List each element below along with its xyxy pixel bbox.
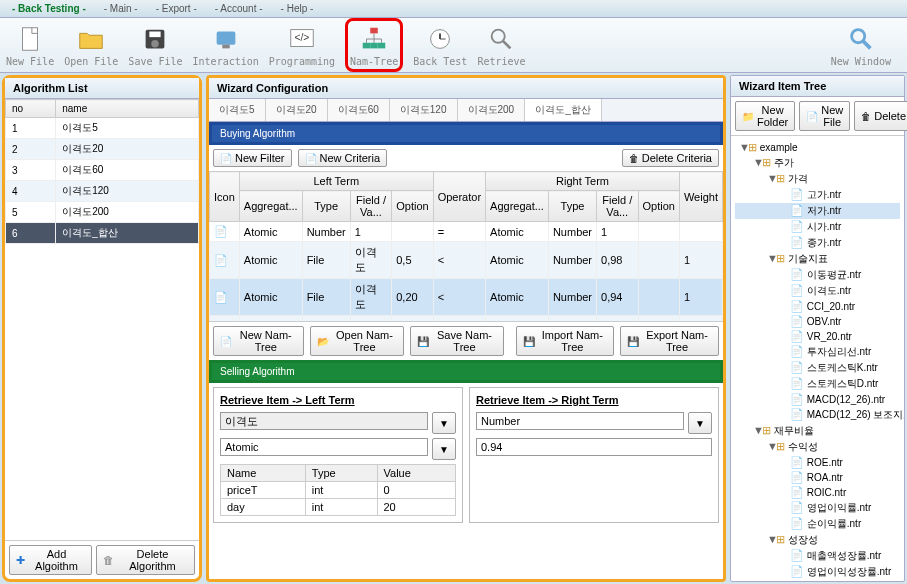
tree-file[interactable]: 📄 ROE.ntr	[735, 455, 900, 470]
tree-folder[interactable]: ▼⊞ 기술지표	[735, 251, 900, 267]
new-folder-button[interactable]: 📁 New Folder	[735, 101, 795, 131]
algorithm-row[interactable]: 2이격도20	[6, 139, 199, 160]
wizard-tab[interactable]: 이격도_합산	[525, 99, 602, 121]
new-criteria-button[interactable]: 📄 New Criteria	[298, 149, 388, 167]
export-namtree-button[interactable]: 💾 Export Nam-Tree	[620, 326, 719, 356]
tree-file[interactable]: 📄 OBV.ntr	[735, 314, 900, 329]
retrieve-row: priceTint0	[221, 482, 456, 499]
programming-icon: </>	[286, 23, 318, 55]
svg-rect-5	[222, 45, 230, 49]
algorithm-row[interactable]: 3이격도60	[6, 160, 199, 181]
wizard-tab[interactable]: 이격도120	[390, 99, 458, 121]
save-file-button[interactable]: Save File	[128, 23, 182, 67]
svg-point-22	[852, 30, 865, 43]
tree-file[interactable]: 📄 영업이익성장률.ntr	[735, 564, 900, 580]
menu-item[interactable]: - Main -	[96, 1, 146, 16]
menu-item[interactable]: - Account -	[207, 1, 271, 16]
tree-file[interactable]: 📄 시가.ntr	[735, 219, 900, 235]
file-icon: 📄	[790, 188, 804, 200]
menu-item[interactable]: - Export -	[148, 1, 205, 16]
save-namtree-button[interactable]: 💾 Save Nam-Tree	[410, 326, 503, 356]
back-test-button[interactable]: Back Test	[413, 23, 467, 67]
retrieve-right-dd1[interactable]: ▼	[688, 412, 712, 434]
tree-file[interactable]: 📄 CCI_20.ntr	[735, 299, 900, 314]
retrieve-right-input1[interactable]	[476, 412, 684, 430]
wizard-tab[interactable]: 이격도200	[458, 99, 526, 121]
file-icon: 📄	[790, 393, 804, 405]
wizard-item-tree-panel: Wizard Item Tree 📁 New Folder 📄 New File…	[730, 75, 905, 582]
tree-folder[interactable]: ▼⊞ 성장성	[735, 532, 900, 548]
retrieve-right-pane: Retrieve Item -> Right Term ▼	[469, 387, 719, 523]
algorithm-row[interactable]: 5이격도200	[6, 202, 199, 223]
nam-tree-icon	[358, 23, 390, 55]
delete-tree-button[interactable]: 🗑 Delete	[854, 101, 907, 131]
retrieve-right-input2[interactable]	[476, 438, 712, 456]
tree-header: Wizard Item Tree	[731, 76, 904, 97]
retrieve-left-dd2[interactable]: ▼	[432, 438, 456, 460]
criteria-row[interactable]: 📄AtomicNumber1=AtomicNumber1	[210, 222, 723, 242]
file-icon: 📄	[790, 220, 804, 232]
tree-file[interactable]: 📄 MACD(12_26).ntr	[735, 392, 900, 407]
new-file-button[interactable]: New File	[6, 23, 54, 67]
criteria-table[interactable]: Icon Left Term Operator Right Term Weigh…	[209, 171, 723, 321]
save-file-icon	[139, 23, 171, 55]
retrieve-left-dd1[interactable]: ▼	[432, 412, 456, 434]
retrieve-left-table: NameTypeValue priceTint0dayint20	[220, 464, 456, 516]
tree-file[interactable]: 📄 투자심리선.ntr	[735, 344, 900, 360]
file-icon: 📄	[790, 300, 804, 312]
menu-item[interactable]: - Help -	[273, 1, 322, 16]
tree-file[interactable]: 📄 순이익률.ntr	[735, 516, 900, 532]
tree-file[interactable]: 📄 스토케스틱K.ntr	[735, 360, 900, 376]
tree-file[interactable]: 📄 저가.ntr	[735, 203, 900, 219]
delete-criteria-button[interactable]: 🗑 Delete Criteria	[622, 149, 719, 167]
tree-file[interactable]: 📄 스토케스틱D.ntr	[735, 376, 900, 392]
algorithm-row[interactable]: 6이격도_합산	[6, 223, 199, 244]
tree-file[interactable]: 📄 이동평균.ntr	[735, 267, 900, 283]
svg-rect-8	[370, 28, 378, 34]
delete-algorithm-button[interactable]: 🗑 Delete Algorithm	[96, 545, 195, 575]
retrieve-left-input2[interactable]	[220, 438, 428, 456]
tree-file[interactable]: 📄 매출액성장률.ntr	[735, 548, 900, 564]
tree-file[interactable]: 📄 ROIC.ntr	[735, 485, 900, 500]
interaction-button[interactable]: Interaction	[193, 23, 259, 67]
tree-folder[interactable]: ▼⊞ 수익성	[735, 439, 900, 455]
tree-file[interactable]: 📄 이격도.ntr	[735, 283, 900, 299]
new-file-button[interactable]: 📄 New File	[799, 101, 850, 131]
tree-file[interactable]: 📄 영업이익률.ntr	[735, 500, 900, 516]
algorithm-row[interactable]: 4이격도120	[6, 181, 199, 202]
tree-file[interactable]: 📄 MACD(12_26) 보조지표.ntr	[735, 407, 900, 423]
tree-folder[interactable]: ▼⊞ example	[735, 140, 900, 155]
wizard-config-header: Wizard Configuration	[209, 78, 723, 99]
nam-tree-button[interactable]: Nam-Tree	[345, 18, 403, 72]
retrieve-left-input1[interactable]	[220, 412, 428, 430]
wizard-tab[interactable]: 이격도60	[328, 99, 390, 121]
wizard-tab[interactable]: 이격도5	[209, 99, 266, 121]
file-icon: 📄	[790, 471, 804, 483]
wizard-tab[interactable]: 이격도20	[266, 99, 328, 121]
open-file-button[interactable]: Open File	[64, 23, 118, 67]
programming-button[interactable]: </>Programming	[269, 23, 335, 67]
tree-file[interactable]: 📄 종가.ntr	[735, 235, 900, 251]
tree-folder[interactable]: ▼⊞ 가격	[735, 171, 900, 187]
tree-file[interactable]: 📄 ROA.ntr	[735, 470, 900, 485]
import-namtree-button[interactable]: 💾 Import Nam-Tree	[516, 326, 614, 356]
open-namtree-button[interactable]: 📂 Open Nam-Tree	[310, 326, 405, 356]
add-algorithm-button[interactable]: ✚ Add Algoithm	[9, 545, 92, 575]
tree-folder[interactable]: ▼⊞ 재무비율	[735, 423, 900, 439]
folder-icon: ⊞	[748, 141, 757, 153]
menu-item[interactable]: - Back Testing -	[4, 1, 94, 16]
tree-file[interactable]: 📄 고가.ntr	[735, 187, 900, 203]
algorithm-table[interactable]: noname 1이격도52이격도203이격도604이격도1205이격도2006이…	[5, 99, 199, 244]
new-window-button[interactable]: New Window	[831, 23, 891, 67]
tree-folder[interactable]: ▼⊞ 주가	[735, 155, 900, 171]
retrieve-button[interactable]: Retrieve	[477, 23, 525, 67]
svg-rect-2	[150, 32, 161, 38]
new-filter-button[interactable]: 📄 New Filter	[213, 149, 292, 167]
new-namtree-button[interactable]: 📄 New Nam-Tree	[213, 326, 304, 356]
criteria-row[interactable]: 📄AtomicFile이격도0,20<AtomicNumber0,941	[210, 279, 723, 316]
algorithm-row[interactable]: 1이격도5	[6, 118, 199, 139]
tree-file[interactable]: 📄 VR_20.ntr	[735, 329, 900, 344]
buying-algorithm-bar: Buying Algorithm	[209, 122, 723, 145]
tree-view[interactable]: ▼⊞ example▼⊞ 주가▼⊞ 가격📄 고가.ntr📄 저가.ntr📄 시가…	[731, 136, 904, 581]
criteria-row[interactable]: 📄AtomicFile이격도0,5<AtomicNumber0,981	[210, 242, 723, 279]
